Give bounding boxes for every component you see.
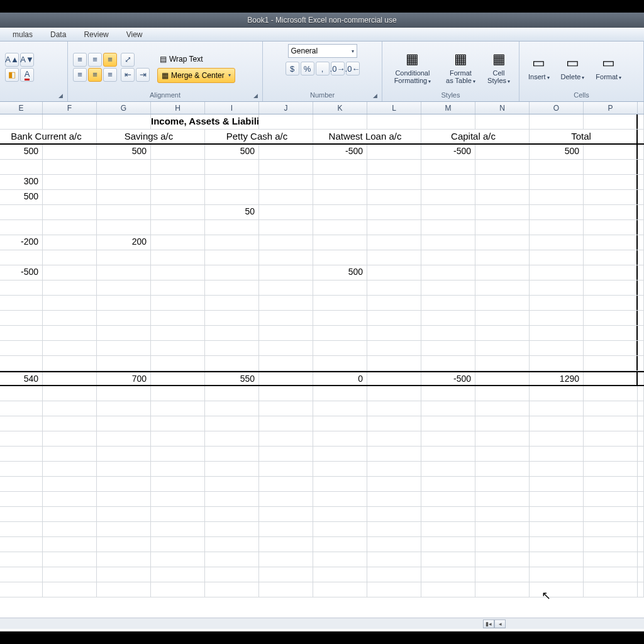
cell[interactable] xyxy=(97,356,151,370)
cell[interactable] xyxy=(475,416,530,431)
cell[interactable] xyxy=(0,462,43,476)
cell[interactable] xyxy=(584,114,638,129)
cell[interactable] xyxy=(421,235,475,250)
column-header[interactable]: M xyxy=(421,102,475,114)
cell[interactable] xyxy=(421,537,475,552)
cell[interactable] xyxy=(367,537,421,552)
cell[interactable]: 50 xyxy=(205,205,259,219)
align-bottom-icon[interactable]: ≡ xyxy=(103,53,117,67)
cell[interactable] xyxy=(205,235,259,250)
cell[interactable] xyxy=(475,462,530,476)
cell[interactable] xyxy=(421,522,475,536)
cell[interactable] xyxy=(313,522,367,536)
cell[interactable] xyxy=(530,175,584,189)
cell[interactable] xyxy=(43,296,97,310)
cell[interactable] xyxy=(475,160,530,174)
cell[interactable] xyxy=(205,250,259,265)
cell[interactable] xyxy=(151,537,205,552)
cell[interactable] xyxy=(313,160,367,174)
cell[interactable] xyxy=(421,175,475,189)
font-dialog-launcher-icon[interactable]: ◢ xyxy=(58,92,66,100)
cell[interactable] xyxy=(313,250,367,265)
cell[interactable] xyxy=(151,220,205,235)
cell[interactable] xyxy=(584,522,638,536)
column-header[interactable]: E xyxy=(0,102,43,114)
cell[interactable] xyxy=(584,582,638,597)
cell[interactable] xyxy=(584,401,638,416)
cell[interactable] xyxy=(259,431,313,446)
tab-data[interactable]: Data xyxy=(42,30,75,39)
cell[interactable] xyxy=(259,356,313,370)
tab-view[interactable]: View xyxy=(118,30,152,39)
cell[interactable] xyxy=(259,160,313,174)
cell[interactable] xyxy=(638,372,644,385)
cell[interactable] xyxy=(43,280,97,295)
cell[interactable] xyxy=(259,175,313,189)
cell[interactable] xyxy=(367,372,421,385)
cell[interactable] xyxy=(530,114,584,129)
cell[interactable] xyxy=(43,160,97,174)
cell[interactable] xyxy=(584,160,638,174)
cell[interactable] xyxy=(205,492,259,506)
wrap-text-button[interactable]: ▤ Wrap Text xyxy=(157,52,235,67)
cell[interactable] xyxy=(475,477,530,491)
cell[interactable] xyxy=(151,477,205,491)
cell[interactable] xyxy=(584,447,638,461)
cell[interactable] xyxy=(313,492,367,506)
cell[interactable] xyxy=(421,250,475,265)
cell[interactable] xyxy=(638,462,644,476)
cell[interactable] xyxy=(0,220,43,235)
cell[interactable] xyxy=(421,582,475,597)
cell[interactable] xyxy=(259,401,313,416)
cell[interactable] xyxy=(367,462,421,476)
cell[interactable] xyxy=(421,265,475,280)
cell[interactable] xyxy=(638,220,644,235)
cell[interactable] xyxy=(151,145,205,159)
cell[interactable] xyxy=(43,114,97,129)
cell[interactable] xyxy=(475,235,530,250)
cell[interactable] xyxy=(0,447,43,461)
cell[interactable] xyxy=(638,296,644,310)
cell[interactable] xyxy=(367,341,421,355)
cell[interactable]: Savings a/c xyxy=(97,130,205,143)
cell[interactable] xyxy=(205,522,259,536)
cell[interactable] xyxy=(367,220,421,235)
cell[interactable] xyxy=(367,296,421,310)
cell[interactable] xyxy=(421,567,475,582)
cell[interactable] xyxy=(367,447,421,461)
cell[interactable] xyxy=(97,416,151,431)
cell[interactable] xyxy=(205,507,259,521)
cell[interactable] xyxy=(205,431,259,446)
cell[interactable] xyxy=(259,296,313,310)
cell[interactable] xyxy=(638,326,644,340)
cell[interactable] xyxy=(313,220,367,235)
cell[interactable] xyxy=(43,145,97,159)
cell[interactable]: 500 xyxy=(0,145,43,159)
cell[interactable] xyxy=(367,311,421,325)
cell[interactable] xyxy=(638,552,644,567)
cell[interactable] xyxy=(367,326,421,340)
cell[interactable] xyxy=(530,507,584,521)
conditional-formatting-button[interactable]: ▦ Conditional Formatting▾ xyxy=(387,48,438,86)
cell[interactable] xyxy=(151,431,205,446)
cell[interactable] xyxy=(313,205,367,219)
cell[interactable]: 550 xyxy=(205,372,259,385)
cell[interactable] xyxy=(259,190,313,204)
cell[interactable] xyxy=(151,341,205,355)
cell[interactable] xyxy=(584,492,638,506)
cell[interactable] xyxy=(43,311,97,325)
cell[interactable] xyxy=(97,537,151,552)
cell[interactable] xyxy=(205,296,259,310)
cell[interactable] xyxy=(638,205,644,219)
cell[interactable] xyxy=(97,507,151,521)
cell[interactable] xyxy=(97,567,151,582)
cell[interactable] xyxy=(421,431,475,446)
cell[interactable] xyxy=(43,416,97,431)
cell[interactable] xyxy=(97,220,151,235)
cell[interactable] xyxy=(638,280,644,295)
cell[interactable] xyxy=(259,250,313,265)
cell[interactable] xyxy=(0,416,43,431)
column-header[interactable]: L xyxy=(367,102,421,114)
cell[interactable] xyxy=(475,190,530,204)
cell[interactable] xyxy=(638,130,644,143)
